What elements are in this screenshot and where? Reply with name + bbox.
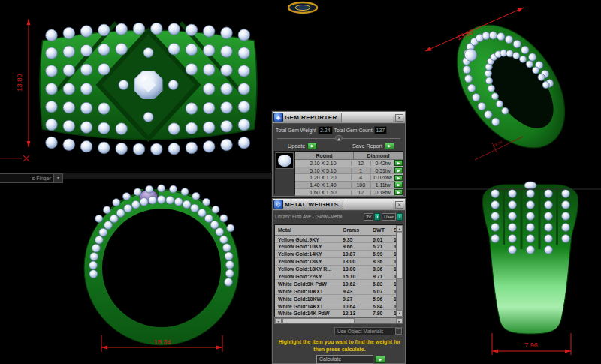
grams-cell: 13.00 <box>343 259 355 264</box>
gem-row-run-button[interactable]: ▶ <box>394 167 403 173</box>
gem-count-cell: 12 <box>351 161 370 166</box>
gem-reporter-titlebar[interactable]: ◆ GEM REPORTER ✕ <box>273 112 405 124</box>
gem-row-run-button[interactable]: ▶ <box>394 189 403 195</box>
gem-table-row[interactable]: 1.20 X 1.2040.026tw▶ <box>295 174 403 182</box>
metal-weights-titlebar[interactable]: ⌬ METAL WEIGHTS ✕ <box>273 199 405 211</box>
gem-table-row[interactable]: 1.40 X 1.401081.11tw▶ <box>295 182 403 189</box>
metal-table-row[interactable]: Yellow Gold:14KY10.876.9912.88 <box>275 251 403 258</box>
metal-table-row[interactable]: White Gold:14KX110.646.8412.65 <box>275 302 403 310</box>
calculate-button[interactable]: Calculate <box>316 355 373 364</box>
metal-table-row[interactable]: Yellow Gold:9KY9.356.0111.08 <box>275 236 403 243</box>
gem-thumbnail[interactable] <box>276 152 294 169</box>
dwt-cell: 6.21 <box>373 244 382 249</box>
metal-table-row[interactable]: Yellow Gold:18KY13.008.3615.47 <box>275 258 403 266</box>
dropdown-button[interactable] <box>395 328 402 335</box>
gem-size-cell: 1.20 X 1.20 <box>295 175 351 180</box>
metal-table-row[interactable]: White Gold:14K PdW12.137.8014.32 <box>275 310 403 317</box>
close-icon[interactable]: ✕ <box>395 114 403 122</box>
dwt-cell: 6.99 <box>373 251 382 257</box>
svg-text:7.96: 7.96 <box>524 341 538 349</box>
grams-cell: 15.10 <box>343 274 355 279</box>
horizontal-scrollbar[interactable]: ◄ ► <box>274 317 403 324</box>
collapse-toggle-icon[interactable]: ▲ <box>335 135 343 141</box>
grams-cell: 9.27 <box>343 296 352 302</box>
calculate-run-button[interactable]: ▶ <box>375 356 385 363</box>
gem-row-run-button[interactable]: ▶ <box>394 182 403 188</box>
scroll-right-icon[interactable]: ► <box>396 318 403 323</box>
metal-table-row[interactable]: Yellow Gold:18KY R...13.008.3615.47 <box>275 266 403 273</box>
gold-oval-ornament <box>288 2 317 13</box>
scrollbar-thumb[interactable] <box>282 318 355 323</box>
close-icon[interactable]: ✕ <box>395 201 403 209</box>
scrollbar-thumb[interactable] <box>397 233 403 279</box>
user-button[interactable]: User <box>382 213 396 221</box>
gem-row-run-button[interactable]: ▶ <box>394 160 403 166</box>
viewport-side-render[interactable] <box>75 180 248 360</box>
metal-table: Metal Grams DWT SPG Yellow Gold:9KY9.356… <box>274 224 403 317</box>
gem-reporter-icon: ◆ <box>273 113 283 122</box>
scroll-down-icon[interactable]: ▼ <box>397 310 403 317</box>
viewport-selector-dropdown[interactable]: s Finger ▾ <box>0 173 63 183</box>
metal-name-cell: White Gold:14KX1 <box>278 304 323 309</box>
metal-table-row[interactable]: White Gold:10KW9.275.9610.95 <box>275 295 403 302</box>
gem-table-row[interactable]: 5.10 X 5.1010.51tw▶ <box>295 167 403 175</box>
viewport-perspective-render[interactable] <box>412 0 601 194</box>
vertical-scrollbar[interactable]: ▲ ▼ <box>396 225 403 317</box>
instruction-text: Highlight the item you want to find the … <box>276 338 403 353</box>
viewport-bottom-render[interactable] <box>462 180 601 341</box>
gem-count-cell: 1 <box>351 168 370 173</box>
metal-name-cell: Yellow Gold:18KY <box>278 259 322 264</box>
gem-table-row[interactable]: 1.60 X 1.60120.18tw▶ <box>295 189 403 197</box>
library-label: Library: Fifth Ave - (Slow)-Metal <box>275 214 362 219</box>
round-gem-icon <box>278 155 291 167</box>
scroll-left-icon[interactable]: ◄ <box>275 318 282 323</box>
grams-cell: 12.13 <box>343 311 355 316</box>
gem-actions-row: Update ▶ Save Report ▶ <box>273 141 405 151</box>
update-button[interactable]: ▶ <box>307 143 317 149</box>
gem-totals-row: Total Gem Weight 2.24 Total Gem Count 13… <box>273 125 405 136</box>
dwt-cell: 8.36 <box>373 266 382 272</box>
dimension-front-height: 13.80 <box>15 19 31 147</box>
viewport-front-render[interactable] <box>30 11 267 161</box>
collapse-separator: ▲ <box>277 136 400 141</box>
save-report-button[interactable]: ▶ <box>385 143 394 149</box>
gem-count-cell: 4 <box>351 175 370 180</box>
gem-count-cell: 108 <box>351 182 370 188</box>
top-gem <box>524 182 536 189</box>
metal-table-row[interactable]: Yellow Gold:10KY9.666.2111.45 <box>275 243 403 251</box>
grams-cell: 10.62 <box>343 281 355 287</box>
finger-hole <box>102 209 221 327</box>
user-info-badge[interactable]: i <box>397 213 403 221</box>
dwt-cell: 8.36 <box>373 259 382 264</box>
dwt-cell: 9.71 <box>373 274 382 279</box>
metal-table-rows: Yellow Gold:9KY9.356.0111.08Yellow Gold:… <box>275 236 403 317</box>
metal-table-row[interactable]: White Gold:10KX19.436.0711.18 <box>275 287 403 295</box>
sv-info-badge[interactable]: i <box>374 213 380 221</box>
sv-button[interactable]: 3V <box>364 213 373 221</box>
materials-dropdown-value: Use Object Materials <box>335 329 395 334</box>
metal-name-cell: White Gold:14K PdW <box>278 311 330 316</box>
gem-table-row[interactable]: 2.10 X 2.10120.42tw▶ <box>295 160 403 167</box>
materials-dropdown[interactable]: Use Object Materials <box>334 327 403 335</box>
chevron-down-icon[interactable]: ▾ <box>53 174 62 182</box>
library-row: Library: Fifth Ave - (Slow)-Metal 3V i U… <box>273 211 405 222</box>
metal-table-row[interactable]: White Gold:9K PdW10.626.8312.55 <box>275 280 403 287</box>
titlebar-grip[interactable] <box>343 200 393 209</box>
gem-weight-cell: 0.42tw <box>370 161 395 166</box>
grams-cell: 10.87 <box>343 251 355 257</box>
gem-row-run-button[interactable]: ▶ <box>394 175 403 181</box>
application-window: 13.80 13.80 18.34 18.34 <box>0 0 601 364</box>
gem-table: Round Diamond 2.10 X 2.10120.42tw▶5.10 X… <box>274 151 403 194</box>
point-marker-x-icon <box>23 155 29 161</box>
titlebar-grip[interactable] <box>341 113 393 122</box>
metal-table-row[interactable]: Yellow Gold:22KY15.109.7117.85 <box>275 272 403 280</box>
gem-weight-cell: 0.51tw <box>370 168 395 173</box>
type-header: Diamond <box>353 152 403 159</box>
scroll-up-icon[interactable]: ▲ <box>397 225 403 232</box>
total-count-value: 137 <box>374 126 388 134</box>
gem-count-cell: 12 <box>351 190 370 195</box>
dwt-cell: 6.07 <box>373 289 382 294</box>
grams-cell: 9.66 <box>343 244 352 249</box>
viewport-selector-label: s Finger <box>0 176 53 181</box>
col-header-metal: Metal <box>278 227 291 233</box>
